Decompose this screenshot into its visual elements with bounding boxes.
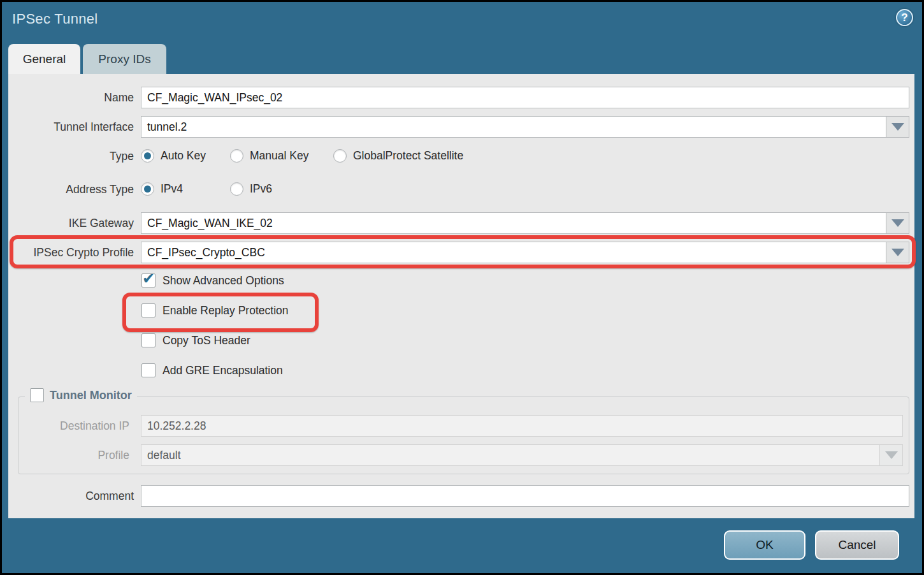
- radio-auto-key[interactable]: Auto Key: [141, 149, 206, 163]
- chevron-down-icon: [885, 451, 898, 459]
- check-icon: ✔: [142, 270, 155, 288]
- radio-manual-key[interactable]: Manual Key: [230, 149, 308, 163]
- type-label: Type: [2, 149, 134, 163]
- ike-gateway-dropdown-button[interactable]: [886, 213, 909, 233]
- ipsec-crypto-profile-dropdown-button[interactable]: [886, 242, 909, 263]
- dialog-title: IPSec Tunnel: [12, 11, 97, 27]
- checkbox-show-advanced-options-label: Show Advanced Options: [162, 274, 284, 288]
- tab-proxy-ids-label: Proxy IDs: [98, 52, 150, 66]
- radio-ipv4[interactable]: IPv4: [141, 182, 183, 196]
- tunnel-interface-select[interactable]: tunnel.2: [141, 116, 909, 138]
- name-input[interactable]: CF_Magic_WAN_IPsec_02: [141, 87, 909, 108]
- checkbox-add-gre-encapsulation-label: Add GRE Encapsulation: [162, 364, 283, 377]
- radio-ipv4-label: IPv4: [161, 182, 183, 196]
- checkbox-copy-tos-header-label: Copy ToS Header: [162, 334, 250, 347]
- chevron-down-icon: [892, 219, 904, 227]
- ok-button[interactable]: OK: [724, 530, 805, 560]
- destination-ip-input: 10.252.2.28: [141, 415, 903, 437]
- ipsec-crypto-profile-select[interactable]: CF_IPsec_Crypto_CBC: [141, 242, 909, 263]
- ike-gateway-value: CF_Magic_WAN_IKE_02: [141, 217, 886, 230]
- radio-button-icon[interactable]: [230, 149, 243, 163]
- checkbox-unchecked-icon[interactable]: [141, 333, 155, 347]
- checkbox-add-gre-encapsulation[interactable]: Add GRE Encapsulation: [141, 363, 283, 377]
- checkbox-unchecked-icon[interactable]: [141, 303, 155, 317]
- radio-manual-key-label: Manual Key: [250, 149, 308, 163]
- ike-gateway-select[interactable]: CF_Magic_WAN_IKE_02: [141, 212, 909, 234]
- chevron-down-icon: [892, 123, 904, 131]
- profile-label: Profile: [2, 444, 129, 466]
- checkbox-enable-replay-protection[interactable]: Enable Replay Protection: [141, 303, 288, 317]
- radio-globalprotect-satellite-label: GlobalProtect Satellite: [353, 149, 463, 163]
- name-label: Name: [2, 87, 134, 108]
- ike-gateway-label: IKE Gateway: [2, 212, 134, 234]
- tab-general-label: General: [23, 52, 66, 66]
- radio-globalprotect-satellite[interactable]: GlobalProtect Satellite: [333, 149, 463, 163]
- radio-button-icon[interactable]: [141, 149, 154, 163]
- checkbox-tunnel-monitor[interactable]: [30, 388, 44, 402]
- ipsec-tunnel-dialog: IPSec Tunnel ? General Proxy IDs Name CF…: [0, 0, 924, 575]
- comment-input[interactable]: [141, 485, 909, 507]
- ipsec-crypto-profile-label: IPSec Crypto Profile: [2, 242, 134, 263]
- ipsec-crypto-profile-value: CF_IPsec_Crypto_CBC: [141, 246, 886, 259]
- tunnel-interface-label: Tunnel Interface: [2, 116, 134, 138]
- dialog-footer: OK Cancel: [4, 518, 920, 571]
- name-value: CF_Magic_WAN_IPsec_02: [147, 91, 282, 105]
- tunnel-monitor-legend: Tunnel Monitor: [25, 388, 137, 402]
- help-icon[interactable]: ?: [896, 9, 913, 26]
- checkbox-show-advanced-options[interactable]: ✔ Show Advanced Options: [141, 273, 284, 288]
- radio-button-icon[interactable]: [141, 182, 154, 196]
- radio-button-icon[interactable]: [333, 149, 347, 163]
- tunnel-monitor-label: Tunnel Monitor: [50, 389, 132, 402]
- destination-ip-label: Destination IP: [2, 415, 129, 437]
- profile-dropdown-button: [879, 445, 902, 465]
- radio-button-icon[interactable]: [230, 182, 243, 196]
- checkbox-copy-tos-header[interactable]: Copy ToS Header: [141, 333, 250, 347]
- checkbox-checked-icon[interactable]: ✔: [141, 273, 155, 288]
- tab-general[interactable]: General: [8, 44, 80, 74]
- tunnel-interface-dropdown-button[interactable]: [886, 117, 909, 137]
- checkbox-unchecked-icon[interactable]: [141, 363, 155, 377]
- cancel-button[interactable]: Cancel: [815, 530, 899, 560]
- radio-ipv6-label: IPv6: [250, 182, 272, 196]
- destination-ip-value: 10.252.2.28: [147, 419, 206, 433]
- comment-label: Comment: [2, 485, 134, 507]
- radio-ipv6[interactable]: IPv6: [230, 182, 272, 196]
- profile-value: default: [141, 449, 879, 462]
- tab-proxy-ids[interactable]: Proxy IDs: [83, 44, 166, 74]
- chevron-down-icon: [892, 249, 904, 256]
- radio-auto-key-label: Auto Key: [161, 149, 206, 163]
- address-type-label: Address Type: [2, 182, 134, 196]
- checkbox-enable-replay-protection-label: Enable Replay Protection: [162, 304, 288, 317]
- tunnel-interface-value: tunnel.2: [141, 120, 886, 134]
- profile-select: default: [141, 444, 903, 466]
